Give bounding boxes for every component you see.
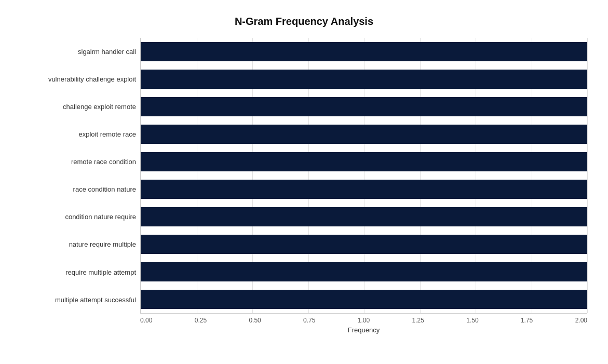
x-tick: 0.25 [195,317,207,324]
y-axis-label: sigalrm handler call [21,48,136,56]
bar [141,290,587,309]
x-tick: 0.50 [249,317,261,324]
bar [141,97,587,116]
bar-row [141,65,587,93]
y-axis-label: challenge exploit remote [21,103,136,111]
bar [141,180,587,199]
x-tick: 1.50 [466,317,478,324]
y-axis: sigalrm handler callvulnerability challe… [21,38,140,314]
bar [141,152,587,171]
bar-row [141,176,587,203]
x-tick: 0.75 [303,317,315,324]
grid-line [587,38,588,313]
bar [141,262,587,281]
bar [141,207,587,226]
bar-row [141,38,587,65]
bar-row [141,286,587,313]
bar-row [141,231,587,258]
x-tick: 0.00 [140,317,152,324]
y-axis-label: multiple attempt successful [21,296,136,304]
bar-row [141,203,587,231]
y-axis-label: exploit remote race [21,130,136,139]
x-tick: 1.00 [358,317,370,324]
plot-area [140,38,587,314]
bar-row [141,120,587,148]
x-tick: 1.25 [412,317,424,324]
chart-container: N-Gram Frequency Analysis sigalrm handle… [0,0,608,364]
y-axis-label: race condition nature [21,185,136,194]
y-axis-label: require multiple attempt [21,268,136,277]
chart-title: N-Gram Frequency Analysis [21,16,587,28]
y-axis-label: remote race condition [21,158,136,166]
bar [141,125,587,144]
bar-row [141,93,587,120]
bar [141,235,587,254]
x-axis-wrapper: 0.000.250.500.751.001.251.501.752.00 Fre… [140,314,587,334]
bar-row [141,148,587,176]
y-axis-label: condition nature require [21,213,136,221]
x-tick: 2.00 [575,317,587,324]
chart-area: sigalrm handler callvulnerability challe… [21,38,587,314]
x-tick: 1.75 [521,317,533,324]
bars-container [140,38,587,314]
y-axis-label: nature require multiple [21,240,136,249]
bar [141,42,587,61]
bar-row [141,258,587,286]
bar [141,70,587,89]
y-axis-label: vulnerability challenge exploit [21,75,136,84]
x-axis-label: Frequency [140,326,587,334]
x-axis: 0.000.250.500.751.001.251.501.752.00 [140,314,587,324]
